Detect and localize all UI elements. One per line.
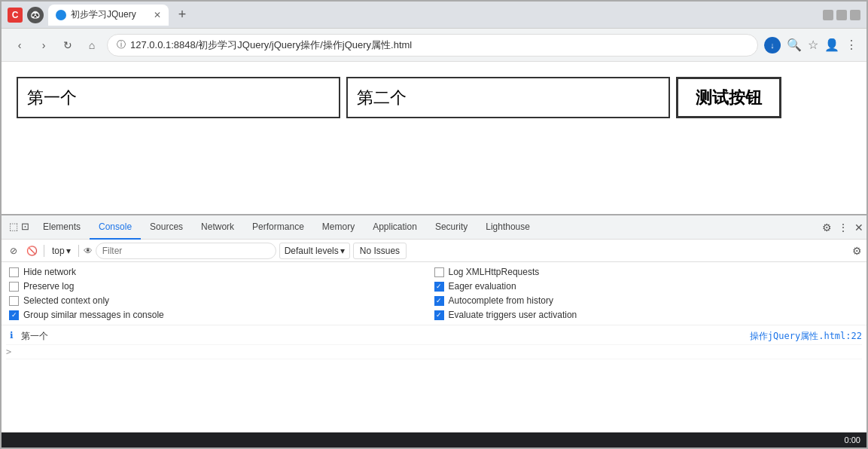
download-icon[interactable]: ↓ (764, 37, 781, 53)
url-text: 127.0.0.1:8848/初步学习JQuery/jQuery操作/操作jQu… (130, 38, 412, 52)
tab-memory[interactable]: Memory (313, 215, 364, 240)
browser-logo-c: C (8, 8, 23, 23)
console-log-icon: ℹ (6, 330, 17, 341)
time-display: 0:00 (845, 435, 860, 444)
toolbar-separator-2 (78, 245, 79, 257)
search-icon[interactable]: 🔍 (787, 38, 802, 52)
browser-logo-panda: 🐼 (27, 7, 44, 23)
devtools-more-icon[interactable]: ⋮ (838, 221, 848, 234)
close-button[interactable] (850, 10, 860, 20)
settings-left-col: Hide network Preserve log Selected conte… (9, 267, 434, 320)
autocomplete-row: Autocomplete from history (434, 295, 860, 306)
preserve-log-row: Preserve log (9, 281, 434, 292)
tab-application[interactable]: Application (364, 215, 426, 240)
tab-title: 初步学习JQuery (71, 8, 149, 21)
evaluate-triggers-checkbox[interactable] (434, 310, 444, 320)
eye-icon[interactable]: 👁 (84, 246, 93, 256)
tab-close-button[interactable]: ✕ (154, 10, 161, 20)
levels-dropdown[interactable]: Default levels ▾ (279, 243, 350, 259)
devtools-close-icon[interactable]: ✕ (854, 221, 863, 234)
refresh-button[interactable]: ↻ (59, 36, 77, 54)
second-input[interactable] (346, 77, 670, 118)
forward-button[interactable]: › (35, 36, 53, 54)
devtools-inspect-icon[interactable]: ⬚ ⊡ (5, 215, 34, 240)
selected-context-checkbox[interactable] (9, 296, 19, 306)
tab-security[interactable]: Security (426, 215, 477, 240)
console-log-text: 第一个 (21, 330, 745, 343)
group-similar-checkbox[interactable] (9, 310, 19, 320)
tab-console[interactable]: Console (90, 215, 141, 240)
console-toolbar: ⊘ 🚫 top ▾ 👁 Default levels ▾ No Issues ⚙ (2, 240, 866, 262)
input-row: 测试按钮 (17, 77, 851, 118)
console-log-line: ℹ 第一个 操作jQuery属性.html:22 (6, 328, 862, 345)
new-tab-button[interactable]: + (172, 5, 193, 26)
log-xmlhttp-row: Log XMLHttpRequests (434, 267, 860, 277)
preserve-log-checkbox[interactable] (9, 282, 19, 292)
title-bar: C 🐼 初步学习JQuery ✕ + (2, 2, 866, 29)
window-controls (823, 10, 860, 20)
settings-right-col: Log XMLHttpRequests Eager evaluation Aut… (434, 267, 860, 320)
maximize-button[interactable] (836, 10, 847, 20)
browser-window: C 🐼 初步学习JQuery ✕ + ‹ › (0, 0, 868, 449)
tab-network[interactable]: Network (192, 215, 243, 240)
tab-lighthouse[interactable]: Lighthouse (477, 215, 539, 240)
hide-network-checkbox[interactable] (9, 267, 19, 277)
devtools-actions: ⚙ ⋮ ✕ (822, 221, 863, 234)
devtools-tab-bar: ⬚ ⊡ Elements Console Sources Network Per… (2, 215, 866, 240)
no-issues-badge[interactable]: No Issues (353, 243, 407, 259)
devtools-settings-icon[interactable]: ⚙ (822, 221, 832, 234)
console-source-link[interactable]: 操作jQuery属性.html:22 (750, 330, 862, 343)
console-prompt-symbol: > (6, 347, 11, 357)
back-button[interactable]: ‹ (11, 36, 29, 54)
eager-eval-row: Eager evaluation (434, 281, 860, 292)
secure-icon: ⓘ (117, 38, 126, 51)
page-content: 测试按钮 (2, 62, 866, 214)
console-output: ℹ 第一个 操作jQuery属性.html:22 > (2, 325, 866, 432)
tab-performance[interactable]: Performance (243, 215, 313, 240)
address-bar: ‹ › ↻ ⌂ ⓘ 127.0.0.1:8848/初步学习JQuery/jQue… (2, 29, 866, 62)
eager-eval-checkbox[interactable] (434, 282, 444, 292)
filter-input[interactable] (96, 243, 276, 259)
selected-context-row: Selected context only (9, 295, 434, 306)
first-input[interactable] (17, 77, 340, 118)
test-button[interactable]: 测试按钮 (676, 77, 781, 118)
autocomplete-checkbox[interactable] (434, 296, 444, 306)
console-prompt-line: > (6, 345, 862, 359)
bottom-bar: 0:00 (2, 432, 866, 447)
url-bar[interactable]: ⓘ 127.0.0.1:8848/初步学习JQuery/jQuery操作/操作j… (107, 34, 758, 57)
address-actions: ↓ 🔍 ☆ 👤 ⋮ (764, 37, 857, 53)
toolbar-separator (44, 245, 44, 257)
hide-network-row: Hide network (9, 267, 434, 277)
more-menu-icon[interactable]: ⋮ (845, 38, 857, 52)
evaluate-triggers-row: Evaluate triggers user activation (434, 310, 860, 320)
devtools-panel: ⬚ ⊡ Elements Console Sources Network Per… (2, 214, 866, 432)
log-xmlhttp-checkbox[interactable] (434, 267, 444, 277)
tab-sources[interactable]: Sources (141, 215, 192, 240)
minimize-button[interactable] (823, 10, 833, 20)
console-settings: Hide network Preserve log Selected conte… (2, 262, 866, 325)
tab-elements[interactable]: Elements (34, 215, 90, 240)
stop-icon[interactable]: 🚫 (24, 243, 39, 258)
tab-favicon (56, 10, 66, 20)
bookmark-icon[interactable]: ☆ (808, 38, 818, 52)
clear-console-icon[interactable]: ⊘ (6, 243, 21, 258)
profile-icon[interactable]: 👤 (824, 38, 839, 52)
group-similar-row: Group similar messages in console (9, 310, 434, 320)
browser-tab-active[interactable]: 初步学习JQuery ✕ (48, 5, 169, 26)
settings-gear-icon[interactable]: ⚙ (852, 245, 862, 257)
home-button[interactable]: ⌂ (83, 36, 101, 54)
context-dropdown[interactable]: top ▾ (49, 246, 74, 256)
tab-bar: 初步学习JQuery ✕ + (48, 5, 818, 26)
